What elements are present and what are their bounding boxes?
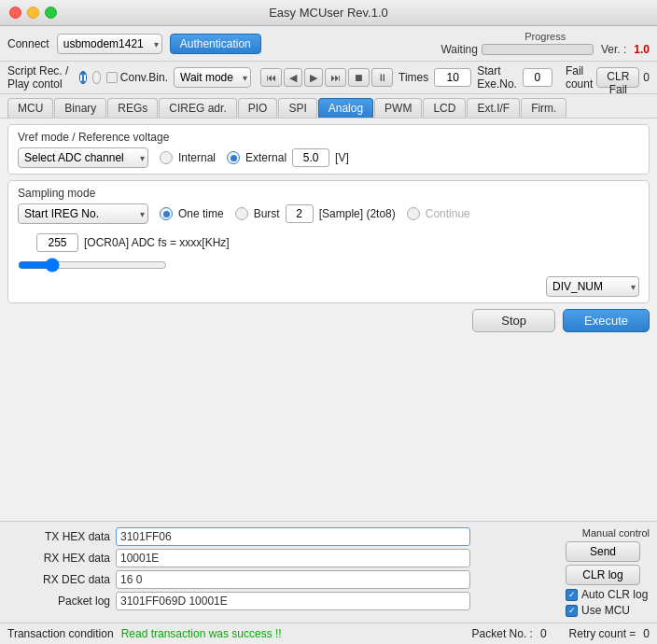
manual-control: Manual control Send CLR log Auto CLR log… (566, 527, 650, 617)
rx-hex-row: RX HEX data (7, 549, 558, 567)
adc-channel-wrap[interactable]: Select ADC channel (18, 147, 148, 168)
continue-label: Continue (426, 207, 470, 220)
tab-firm[interactable]: Firm. (521, 98, 566, 118)
auto-clr-checkbox[interactable] (566, 589, 578, 601)
internal-radio-group: Internal (160, 151, 216, 164)
auto-clr-row: Auto CLR log (566, 588, 650, 601)
auto-clr-label: Auto CLR log (581, 588, 648, 601)
stop-ctrl-button[interactable]: ⏹ (348, 68, 370, 87)
tab-pwm[interactable]: PWM (374, 98, 422, 118)
conv-bin-checkbox[interactable] (106, 72, 118, 83)
progress-row: Waiting Ver. : 1.0 (440, 43, 650, 56)
progress-area: Progress Waiting Ver. : 1.0 (440, 31, 650, 56)
data-inputs: TX HEX data RX HEX data RX DEC data Pack… (0, 521, 657, 623)
close-button[interactable] (9, 7, 21, 19)
adc-channel-select[interactable]: Select ADC channel (18, 147, 148, 168)
tx-hex-input[interactable] (116, 527, 470, 546)
internal-radio[interactable] (160, 151, 173, 164)
play-pause-button[interactable] (79, 71, 88, 84)
internal-label: Internal (178, 151, 216, 164)
tab-lcd[interactable]: LCD (423, 98, 466, 118)
ocroa-label: [OCR0A] ADC fs = xxxx[KHz] (84, 236, 230, 249)
send-button[interactable]: Send (566, 541, 640, 562)
data-section: TX HEX data RX HEX data RX DEC data Pack… (0, 521, 657, 644)
rx-dec-label: RX DEC data (7, 573, 110, 586)
external-radio[interactable] (227, 151, 240, 164)
script-controls: ⏮ ◀ ▶ ⏭ ⏹ ⏸ (260, 68, 393, 87)
use-mcu-label: Use MCU (581, 604, 630, 617)
transaction-status: Read transaction was success !! (121, 627, 282, 640)
sample-label: [Sample] (2to8) (319, 207, 396, 220)
maximize-button[interactable] (45, 7, 57, 19)
use-mcu-checkbox[interactable] (566, 605, 578, 617)
prev-button[interactable]: ◀ (284, 68, 302, 87)
rx-hex-input[interactable] (116, 549, 470, 567)
ireg-select[interactable]: Start IREG No. (18, 203, 148, 224)
fail-area: Fail count CLR Fail 0 (566, 64, 650, 91)
external-label: External (245, 151, 287, 164)
wait-mode-select[interactable]: Wait mode (174, 67, 251, 88)
ireg-wrap[interactable]: Start IREG No. (18, 203, 148, 224)
one-time-label: One time (178, 207, 224, 220)
tab-regs[interactable]: REGs (107, 98, 158, 118)
next-button[interactable]: ▶ (304, 68, 323, 87)
clrlog-button[interactable]: CLR log (566, 565, 640, 585)
continue-radio[interactable] (407, 207, 420, 220)
connect-combo-wrap[interactable]: usbmodem1421 (57, 34, 162, 54)
main-content: Vref mode / Reference voltage Select ADC… (0, 119, 657, 521)
data-fields: TX HEX data RX HEX data RX DEC data Pack… (7, 527, 558, 617)
fail-count-value: 0 (643, 71, 650, 84)
status-bar: Transaction condition Read transaction w… (0, 623, 657, 644)
packet-log-row: Packet log (7, 592, 558, 610)
external-voltage-input[interactable] (292, 148, 329, 167)
tab-binary[interactable]: Binary (54, 98, 106, 118)
rx-hex-label: RX HEX data (7, 552, 110, 565)
tab-mcu[interactable]: MCU (7, 98, 53, 118)
rewind-button[interactable]: ⏮ (260, 68, 282, 87)
rx-dec-input[interactable] (116, 570, 470, 589)
execute-button[interactable]: Execute (563, 309, 650, 332)
authentication-button[interactable]: Authentication (170, 34, 261, 54)
title-bar: Easy MCUser Rev.1.0 (0, 0, 657, 26)
progress-bar (482, 44, 594, 55)
tabs-row: MCU Binary REGs CIREG adr. PIO SPI Analo… (0, 94, 657, 119)
pause-ctrl-button[interactable]: ⏸ (371, 68, 393, 87)
burst-radio[interactable] (235, 207, 248, 220)
one-time-radio[interactable] (160, 207, 173, 220)
tab-analog[interactable]: Analog (318, 98, 373, 118)
retry-count-value: 0 (643, 627, 650, 640)
packet-log-input[interactable] (116, 592, 470, 610)
stop-button[interactable]: Stop (472, 309, 555, 332)
tx-hex-label: TX HEX data (7, 530, 110, 543)
burst-radio-group: Burst [Sample] (2to8) (235, 204, 396, 223)
tab-pio[interactable]: PIO (238, 98, 278, 118)
divnum-select[interactable]: DIV_NUM (546, 276, 639, 297)
start-exe-input[interactable] (523, 68, 552, 87)
vref-title: Vref mode / Reference voltage (18, 131, 639, 144)
divnum-wrap[interactable]: DIV_NUM (546, 276, 639, 297)
clr-fail-button[interactable]: CLR Fail (596, 67, 639, 88)
continue-radio-group: Continue (407, 207, 470, 220)
record-button[interactable] (92, 71, 101, 84)
adc-slider[interactable] (18, 258, 167, 273)
window-controls[interactable] (9, 7, 57, 19)
minimize-button[interactable] (27, 7, 39, 19)
end-button[interactable]: ⏭ (325, 68, 346, 87)
start-exe-label: Start Exe.No. (477, 64, 517, 91)
connect-select[interactable]: usbmodem1421 (57, 34, 162, 54)
use-mcu-row: Use MCU (566, 604, 650, 617)
burst-input[interactable] (286, 204, 314, 223)
packet-no-label: Packet No. : (472, 627, 533, 640)
tab-extif[interactable]: Ext.I/F (467, 98, 520, 118)
tab-spi[interactable]: SPI (278, 98, 316, 118)
ocroa-input[interactable] (36, 233, 78, 252)
script-label: Script Rec. / Play contol (7, 64, 74, 91)
manual-control-label: Manual control (566, 527, 650, 539)
times-area: Times Start Exe.No. (398, 64, 552, 91)
conv-bin-label: Conv.Bin. (120, 71, 168, 84)
tab-cireg[interactable]: CIREG adr. (159, 98, 236, 118)
wait-mode-wrap[interactable]: Wait mode (174, 67, 251, 88)
one-time-radio-group: One time (160, 207, 224, 220)
times-input[interactable] (434, 68, 471, 87)
packet-no-value: 0 (540, 627, 547, 640)
